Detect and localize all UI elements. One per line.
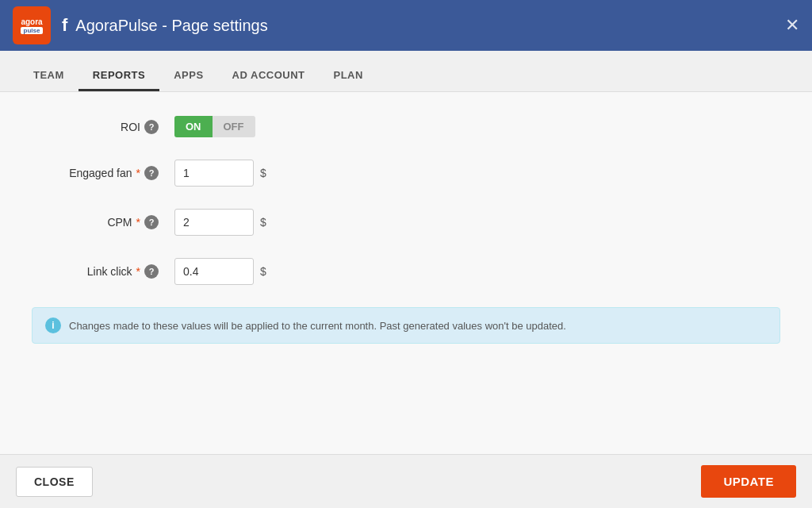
tab-plan[interactable]: PLAN bbox=[320, 58, 377, 91]
update-button[interactable]: UPDATE bbox=[701, 465, 796, 498]
nav-tabs: TEAM REPORTS APPS AD ACCOUNT PLAN bbox=[0, 51, 812, 92]
cpm-currency: $ bbox=[260, 216, 266, 229]
engaged-fan-required: * bbox=[136, 167, 140, 179]
logo: agora pulse bbox=[13, 6, 51, 44]
engaged-fan-row: Engaged fan * ? $ bbox=[32, 160, 780, 187]
main-content: ROI ? ON OFF Engaged fan * ? $ CPM * ? $ bbox=[0, 92, 812, 454]
facebook-icon: f bbox=[62, 15, 67, 36]
link-click-label-text: Link click bbox=[87, 265, 132, 278]
page-title: AgoraPulse - Page settings bbox=[75, 17, 785, 35]
tab-ad-account[interactable]: AD ACCOUNT bbox=[218, 58, 320, 91]
link-click-currency: $ bbox=[260, 265, 266, 278]
footer: CLOSE UPDATE bbox=[0, 454, 812, 508]
cpm-label-text: CPM bbox=[107, 216, 132, 229]
engaged-fan-label-text: Engaged fan bbox=[69, 167, 132, 179]
toggle-on-button[interactable]: ON bbox=[174, 116, 213, 137]
close-x-button[interactable]: ✕ bbox=[785, 15, 799, 36]
roi-label-text: ROI bbox=[121, 121, 140, 133]
roi-help-icon[interactable]: ? bbox=[144, 120, 159, 134]
engaged-fan-help-icon[interactable]: ? bbox=[144, 166, 159, 180]
link-click-required: * bbox=[136, 265, 140, 278]
tab-team[interactable]: TEAM bbox=[19, 58, 79, 91]
engaged-fan-label: Engaged fan * ? bbox=[32, 166, 174, 180]
info-message: Changes made to these values will be app… bbox=[69, 320, 566, 332]
info-icon: i bbox=[45, 318, 61, 333]
header: agora pulse f AgoraPulse - Page settings… bbox=[0, 0, 812, 51]
engaged-fan-input-group: $ bbox=[174, 160, 266, 187]
cpm-help-icon[interactable]: ? bbox=[144, 215, 159, 229]
cpm-label: CPM * ? bbox=[32, 215, 174, 229]
link-click-input-group: $ bbox=[174, 258, 266, 285]
logo-pulse: pulse bbox=[21, 27, 42, 34]
link-click-help-icon[interactable]: ? bbox=[144, 264, 159, 279]
roi-row: ROI ? ON OFF bbox=[32, 116, 780, 137]
tab-apps[interactable]: APPS bbox=[159, 58, 217, 91]
cpm-input-group: $ bbox=[174, 209, 266, 236]
cpm-row: CPM * ? $ bbox=[32, 209, 780, 236]
cpm-input[interactable] bbox=[174, 209, 254, 236]
toggle-off-button[interactable]: OFF bbox=[213, 116, 255, 137]
cpm-required: * bbox=[136, 216, 140, 229]
roi-toggle: ON OFF bbox=[174, 116, 255, 137]
engaged-fan-currency: $ bbox=[260, 167, 266, 179]
link-click-row: Link click * ? $ bbox=[32, 258, 780, 285]
tab-reports[interactable]: REPORTS bbox=[79, 58, 159, 91]
roi-label: ROI ? bbox=[32, 120, 174, 134]
engaged-fan-input[interactable] bbox=[174, 160, 254, 187]
link-click-input[interactable] bbox=[174, 258, 254, 285]
logo-agora: agora bbox=[21, 17, 42, 26]
info-banner: i Changes made to these values will be a… bbox=[32, 307, 780, 344]
close-button[interactable]: CLOSE bbox=[16, 467, 93, 497]
link-click-label: Link click * ? bbox=[32, 264, 174, 279]
